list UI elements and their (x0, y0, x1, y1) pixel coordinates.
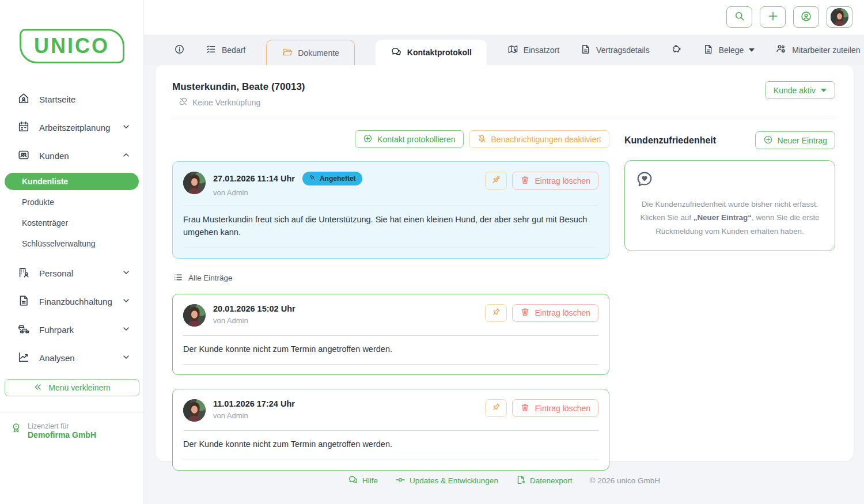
entry-divider (183, 248, 598, 248)
log-contact-label: Kontakt protokollieren (377, 135, 455, 144)
tab-label: Mitarbeiter zuteilen (792, 46, 860, 55)
piggy-bank-icon (670, 43, 682, 56)
entry-datetime: 27.01.2026 11:14 Uhr (213, 174, 295, 183)
tab-vertragsdetails[interactable]: Vertragsdetails (580, 44, 650, 56)
content-panel: Musterkundin, Beate (70013) Keine Verknü… (156, 65, 854, 461)
app-root: UNICO Startseite Arbeitszeitplanung Kund… (0, 0, 864, 504)
tab-label: Kontaktprotokoll (407, 48, 472, 57)
delete-entry-button[interactable]: Eintrag löschen (512, 304, 598, 322)
profile-avatar-button[interactable] (827, 6, 852, 28)
sidebar-item-kostentraeger[interactable]: Kostenträger (5, 214, 139, 232)
new-satisfaction-entry-button[interactable]: Neuer Eintrag (755, 131, 835, 149)
sidebar-item-label: Kunden (39, 151, 112, 161)
collapse-menu-button[interactable]: Menü verkleinern (5, 379, 139, 396)
document-icon (703, 44, 714, 56)
satisfaction-empty-card: Die Kundenzufriedenheit wurde bisher nic… (624, 160, 835, 251)
sidebar-item-label: Finanzbuchhaltung (39, 297, 112, 306)
delete-entry-label: Eintrag löschen (535, 176, 590, 185)
chevron-up-icon (122, 150, 131, 161)
staff-icon (17, 266, 30, 281)
entry-datetime: 20.01.2026 15:02 Uhr (213, 304, 295, 313)
tab-label: Belege (719, 46, 744, 55)
log-contact-button[interactable]: Kontakt protokollieren (355, 130, 463, 148)
sidebar-item-personal[interactable]: Personal (5, 259, 139, 287)
double-chevron-left-icon (33, 382, 43, 393)
chevron-down-icon (122, 268, 131, 279)
sidebar-item-startseite[interactable]: Startseite (5, 85, 139, 113)
tab-belege[interactable]: Belege (703, 44, 755, 56)
tab-bedarf[interactable]: Bedarf (206, 44, 245, 56)
tab-mitarbeiter-zuteilen[interactable]: Mitarbeiter zuteilen (775, 43, 860, 56)
delete-entry-label: Eintrag löschen (535, 308, 590, 317)
fleet-icon (17, 323, 30, 337)
delete-entry-button[interactable]: Eintrag löschen (512, 399, 598, 417)
list-icon (173, 272, 183, 284)
logo-text: UNICO (34, 34, 109, 58)
account-button[interactable] (793, 6, 819, 28)
all-entries-label: Alle Einträge (188, 274, 233, 282)
tab-einsatzort[interactable]: Einsatzort (507, 44, 559, 56)
search-button[interactable] (726, 6, 752, 28)
sidebar-item-finanzbuchhaltung[interactable]: Finanzbuchhaltung (5, 287, 139, 316)
account-icon (800, 10, 812, 24)
tab-info[interactable] (174, 44, 185, 56)
sidebar-item-schluesselverwaltung[interactable]: Schlüsselverwaltung (5, 235, 139, 252)
sidebar-divider (0, 412, 143, 413)
sidebar-item-label: Startseite (39, 94, 131, 104)
sidebar-item-label: Arbeitszeitplanung (39, 123, 112, 132)
search-icon (734, 10, 745, 24)
sidebar-item-kundenliste[interactable]: Kundenliste (5, 173, 139, 190)
unpin-entry-button[interactable] (485, 172, 507, 190)
entry-divider (183, 364, 598, 365)
protocol-actions: Kontakt protokollieren Benachrichtigunge… (172, 130, 609, 148)
license-info: Lizenziert für Demofirma GmbH (0, 422, 143, 439)
delete-entry-button[interactable]: Eintrag löschen (512, 172, 598, 190)
notifications-disabled-button[interactable]: Benachrichtigungen deaktiviert (469, 130, 609, 148)
satisfaction-empty-text: Die Kundenzufriedenheit wurde bisher nic… (635, 198, 824, 238)
license-label: Lizenziert für (28, 422, 96, 430)
pinned-badge-label: Angeheftet (320, 175, 356, 183)
tab-label: Einsatzort (524, 46, 559, 55)
chat-bubbles-icon (391, 46, 402, 59)
tab-piggy-bank[interactable] (670, 43, 682, 56)
sidebar-item-analysen[interactable]: Analysen (5, 344, 139, 372)
main-area: Bedarf Dokumente Kontaktprotokoll Einsat… (144, 0, 864, 504)
entry-datetime: 11.01.2026 17:24 Uhr (213, 399, 295, 408)
customers-icon (17, 149, 30, 163)
chevron-down-icon (122, 122, 131, 133)
home-icon (17, 92, 30, 107)
assign-staff-icon (775, 43, 787, 56)
customer-status-dropdown[interactable]: Kunde aktiv (765, 81, 835, 99)
sidebar-item-kunden[interactable]: Kunden (5, 142, 139, 170)
protocol-column: Kontakt protokollieren Benachrichtigunge… (172, 130, 609, 484)
add-button[interactable] (760, 6, 786, 28)
entry-text: Frau Musterkundin freut sich auf die Unt… (183, 214, 598, 239)
entry-divider (183, 460, 598, 460)
plus-icon (767, 10, 779, 24)
trash-icon (520, 307, 530, 319)
pin-icon (491, 307, 501, 319)
entry-author: von Admin (213, 411, 478, 420)
entry-divider (183, 430, 598, 431)
analytics-icon (17, 351, 30, 365)
contact-entry: 11.01.2026 17:24 Uhr von Admin Eintrag l… (172, 389, 609, 471)
sidebar-item-fuhrpark[interactable]: Fuhrpark (5, 316, 139, 344)
sidebar-item-produkte[interactable]: Produkte (5, 194, 139, 211)
unico-logo: UNICO (20, 29, 124, 63)
pin-entry-button[interactable] (485, 304, 507, 322)
kunden-subnav: Kundenliste Produkte Kostenträger Schlüs… (5, 170, 139, 259)
link-status-text: Keine Verknüpfung (192, 98, 260, 107)
tab-label: Vertragsdetails (596, 46, 650, 55)
satisfaction-column: Kundenzufriedenheit Neuer Eintrag Die Ku… (624, 130, 835, 484)
tab-kontaktprotokoll[interactable]: Kontaktprotokoll (376, 40, 487, 65)
tab-dokumente[interactable]: Dokumente (266, 40, 355, 65)
pin-icon (309, 174, 316, 183)
feedback-heart-icon (635, 180, 654, 190)
plus-circle-icon (363, 134, 373, 145)
sidebar: UNICO Startseite Arbeitszeitplanung Kund… (0, 0, 144, 504)
topbar-actions (726, 6, 852, 28)
sidebar-item-arbeitszeitplanung[interactable]: Arbeitszeitplanung (5, 113, 139, 142)
pin-entry-button[interactable] (485, 399, 507, 417)
status-label: Kunde aktiv (774, 86, 816, 95)
checklist-icon (206, 44, 217, 56)
